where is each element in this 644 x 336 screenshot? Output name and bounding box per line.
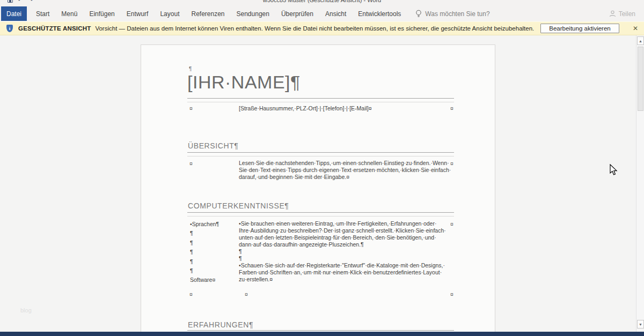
cell-mark: ¤ [450,221,453,227]
cell-mark: ¤ [245,291,248,297]
cell-mark: ¤ [450,160,453,167]
protected-view-message: Vorsicht — Dateien aus dem Internet könn… [95,25,534,32]
section-heading-erfahrungen: ERFAHRUNGEN¶ [188,320,253,329]
contact-line: [Straße·Hausnummer,·PLZ-Ort]·|·[Telefon]… [239,105,372,112]
skills-right-column: •Sie·brauchen·einen·weiteren·Eintrag,·um… [239,220,455,283]
section-rule [187,212,454,213]
tab-referenzen[interactable]: Referenzen [185,6,230,21]
scrollbar-thumb[interactable] [638,47,643,111]
section-heading-computerkenntnisse: COMPUTERKENNTNISSE¶ [188,201,289,210]
watermark-text: blog [20,307,32,313]
cell-mark: ¤ [189,160,193,167]
vertical-scrollbar[interactable]: ▲ ▼ [636,35,644,332]
tell-me-box[interactable]: Was möchten Sie tun? [415,6,489,21]
heading-rule [187,98,454,99]
tell-me-label: Was möchten Sie tun? [425,10,489,18]
tab-entwicklertools[interactable]: Entwicklertools [352,6,407,21]
cell-mark: ¤ [450,291,453,297]
ribbon-tab-bar: Datei Start Menü Einfügen Entwurf Layout… [0,6,644,21]
document-page[interactable]: ¶ [IHR·NAME]¶ ¤ [Straße·Hausnummer,·PLZ-… [141,44,495,332]
tab-datei[interactable]: Datei [1,6,27,21]
shield-info-icon: i [6,25,13,32]
tab-menue[interactable]: Menü [55,6,83,21]
tab-ansicht[interactable]: Ansicht [319,6,352,21]
tab-sendungen[interactable]: Sendungen [231,6,275,21]
scroll-down-button[interactable]: ▼ [637,320,644,328]
protected-view-bar: i GESCHÜTZTE ANSICHT Vorsicht — Dateien … [0,21,644,35]
lightbulb-icon [415,10,422,18]
enable-editing-button[interactable]: Bearbeitung aktivieren [540,24,619,33]
word-window: ↶ ↷ w50cc85 Muster (Geschützte Ansicht) … [0,0,644,336]
title-bar: ↶ ↷ w50cc85 Muster (Geschützte Ansicht) … [0,0,644,6]
section-rule [187,152,454,153]
section-heading-uebersicht: ÜBERSICHT¶ [188,141,238,150]
protected-view-label: GESCHÜTZTE ANSICHT [18,25,91,32]
section-rule [187,330,454,331]
share-button[interactable]: Teilen [609,6,635,21]
close-icon[interactable]: ✕ [631,25,640,32]
status-bar [0,332,644,336]
name-heading: [IHR·NAME]¶ [187,72,301,93]
tab-layout[interactable]: Layout [154,6,185,21]
section-rule-2 [187,216,454,216]
tab-einfuegen[interactable]: Einfügen [83,6,120,21]
ribbon-tabs: Start Menü Einfügen Entwurf Layout Refer… [30,6,407,21]
paragraph-mark: ¶ [189,66,192,72]
heading-rule-2 [187,102,454,102]
document-workspace: ¶ [IHR·NAME]¶ ¤ [Straße·Hausnummer,·PLZ-… [0,35,644,332]
tab-ueberpruefen[interactable]: Überprüfen [275,6,319,21]
window-title: w50cc85 Muster (Geschützte Ansicht) - Wo… [0,0,644,3]
tab-start[interactable]: Start [30,6,55,21]
skills-left-column: •Sprachen¶ ¶ ¶ ¶ ¶ ¶ Software¤ [190,220,219,285]
person-icon [609,10,616,17]
scroll-up-button[interactable]: ▲ [637,36,644,45]
cell-mark: ¤ [450,105,453,111]
tab-entwurf[interactable]: Entwurf [121,6,155,21]
share-label: Teilen [619,10,635,18]
cell-mark: ¤ [189,291,193,297]
overview-paragraph: Lesen·Sie·die·nachstehenden·Tipps,·um·ei… [239,160,455,181]
section-rule-2 [187,156,454,156]
cell-mark: ¤ [189,105,193,111]
